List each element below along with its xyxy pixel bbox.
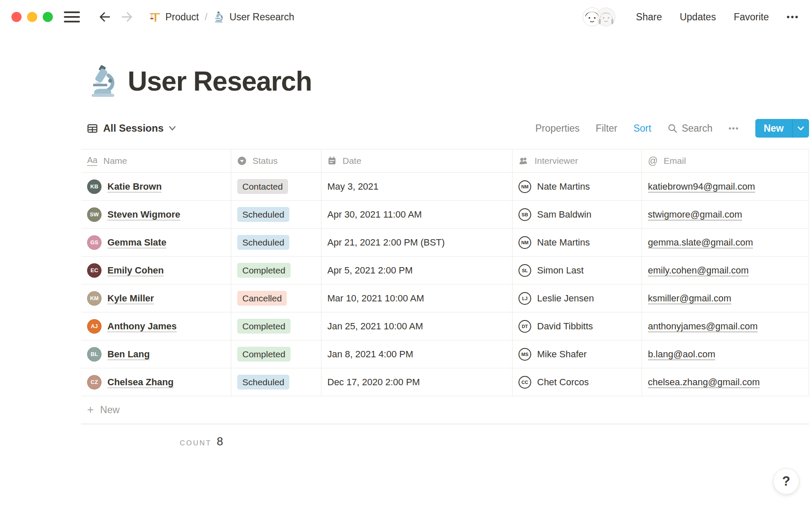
interviewer-cell[interactable]: CC Chet Corcos [513,368,642,396]
interviewer-avatar: SL [518,264,531,277]
name-cell[interactable]: KB Katie Brown [81,173,231,200]
email-cell[interactable]: ksmiller@gmail.com [642,284,809,312]
interviewer-cell[interactable]: SL Simon Last [513,257,642,284]
updates-button[interactable]: Updates [680,11,716,23]
date-cell[interactable]: Apr 30, 2021 11:00 AM [321,201,513,228]
status-cell[interactable]: Scheduled [231,201,321,228]
add-row-button[interactable]: + New [81,396,809,424]
column-header-interviewer[interactable]: Interviewer [513,149,642,172]
name-cell[interactable]: SW Steven Wigmore [81,201,231,228]
column-label: Date [343,156,361,166]
interviewer-cell[interactable]: MS Mike Shafer [513,340,642,368]
status-badge: Contacted [237,179,288,194]
person-name-link[interactable]: Kyle Miller [107,293,154,304]
interviewer-name: Mike Shafer [537,349,587,360]
email-link[interactable]: katiebrown94@gmail.com [648,181,755,192]
person-name-link[interactable]: Anthony James [107,321,177,332]
person-name-link[interactable]: Gemma Slate [107,237,166,248]
email-link[interactable]: stwigmore@gmail.com [648,209,742,220]
status-cell[interactable]: Completed [231,312,321,340]
new-button[interactable]: New [755,119,792,138]
date-cell[interactable]: Mar 10, 2021 10:00 AM [321,284,513,312]
help-button[interactable]: ? [773,468,799,494]
date-cell[interactable]: Apr 21, 2021 2:00 PM (BST) [321,229,513,256]
interviewer-cell[interactable]: NM Nate Martins [513,229,642,256]
interviewer-name: Nate Martins [537,181,590,192]
email-cell[interactable]: katiebrown94@gmail.com [642,173,809,200]
column-header-date[interactable]: Date [321,149,513,172]
name-cell[interactable]: GS Gemma Slate [81,229,231,256]
email-link[interactable]: chelsea.zhang@gmail.com [648,377,760,388]
interviewer-cell[interactable]: SB Sam Baldwin [513,201,642,228]
column-header-email[interactable]: @ Email [642,149,809,172]
forward-button[interactable] [121,11,133,23]
email-cell[interactable]: chelsea.zhang@gmail.com [642,368,809,396]
close-window-button[interactable] [11,12,22,22]
column-header-status[interactable]: Status [231,149,321,172]
breadcrumb-item-product[interactable]: Product [149,11,199,23]
email-link[interactable]: b.lang@aol.com [648,349,715,360]
column-header-name[interactable]: Aa Name [81,149,231,172]
status-cell[interactable]: Contacted [231,173,321,200]
person-name-link[interactable]: Chelsea Zhang [107,377,173,388]
email-cell[interactable]: emily.cohen@gmail.com [642,257,809,284]
properties-button[interactable]: Properties [535,123,580,134]
email-link[interactable]: gemma.slate@gmail.com [648,237,753,248]
interviewer-cell[interactable]: NM Nate Martins [513,173,642,200]
date-cell[interactable]: May 3, 2021 [321,173,513,200]
person-name-link[interactable]: Katie Brown [107,181,162,192]
email-cell[interactable]: anthonyjames@gmail.com [642,312,809,340]
email-cell[interactable]: stwigmore@gmail.com [642,201,809,228]
email-link[interactable]: emily.cohen@gmail.com [648,265,749,276]
status-cell[interactable]: Scheduled [231,229,321,256]
count-label[interactable]: COUNT [180,439,211,447]
new-button-dropdown[interactable] [792,119,809,138]
interviewer-cell[interactable]: DT David Tibbitts [513,312,642,340]
name-cell[interactable]: KM Kyle Miller [81,284,231,312]
status-cell[interactable]: Scheduled [231,368,321,396]
interviewer-name: Nate Martins [537,237,590,248]
more-options-icon[interactable]: ••• [787,12,799,22]
email-link[interactable]: ksmiller@gmail.com [648,293,731,304]
sort-button[interactable]: Sort [634,123,651,134]
status-badge: Scheduled [237,207,289,222]
filter-button[interactable]: Filter [596,123,617,134]
email-link[interactable]: anthonyjames@gmail.com [648,321,758,332]
date-text: Mar 10, 2021 10:00 AM [327,293,424,304]
status-cell[interactable]: Completed [231,340,321,368]
date-cell[interactable]: Jan 25, 2021 10:00 AM [321,312,513,340]
status-cell[interactable]: Completed [231,257,321,284]
count-value: 8 [217,435,223,448]
person-name-link[interactable]: Emily Cohen [107,265,164,276]
search-button[interactable]: Search [667,123,713,134]
email-cell[interactable]: b.lang@aol.com [642,340,809,368]
collaborator-avatar[interactable] [596,7,616,27]
back-button[interactable] [99,11,111,23]
email-cell[interactable]: gemma.slate@gmail.com [642,229,809,256]
status-cell[interactable]: Cancelled [231,284,321,312]
view-switcher[interactable]: All Sessions [87,122,176,134]
name-cell[interactable]: EC Emily Cohen [81,257,231,284]
minimize-window-button[interactable] [27,12,37,22]
date-cell[interactable]: Dec 17, 2020 2:00 PM [321,368,513,396]
name-cell[interactable]: CZ Chelsea Zhang [81,368,231,396]
page-content: User Research All Sessions Properties Fi… [0,62,809,448]
date-cell[interactable]: Apr 5, 2021 2:00 PM [321,257,513,284]
name-cell[interactable]: AJ Anthony James [81,312,231,340]
view-more-options-icon[interactable]: ••• [729,124,739,133]
share-button[interactable]: Share [636,11,662,23]
person-name-link[interactable]: Ben Lang [107,349,150,360]
name-cell[interactable]: BL Ben Lang [81,340,231,368]
favorite-button[interactable]: Favorite [734,11,769,23]
sidebar-menu-icon[interactable] [64,11,80,22]
topbar-actions: Share Updates Favorite ••• [582,7,799,27]
date-text: Dec 17, 2020 2:00 PM [327,377,420,388]
breadcrumb-item-user-research[interactable]: User Research [213,11,294,23]
zoom-window-button[interactable] [43,12,53,22]
interviewer-cell[interactable]: LJ Leslie Jensen [513,284,642,312]
breadcrumb-label: Product [165,11,199,23]
date-cell[interactable]: Jan 8, 2021 4:00 PM [321,340,513,368]
breadcrumb-label: User Research [229,11,294,23]
breadcrumb-separator: / [205,11,207,22]
person-name-link[interactable]: Steven Wigmore [107,209,180,220]
